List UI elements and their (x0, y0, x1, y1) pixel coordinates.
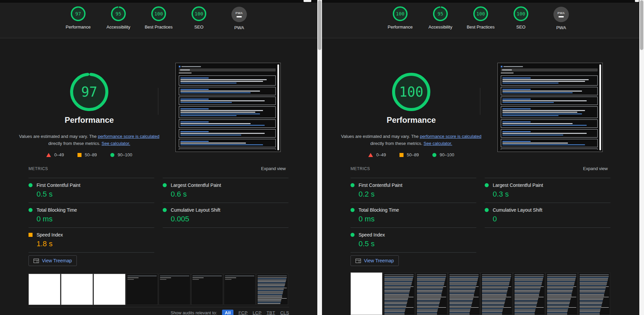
metric-first-contentful-paint: First Contentful Paint0.2 s (351, 178, 476, 203)
score-label: Accessibility (429, 24, 452, 30)
screenshot-thumbnail-card (179, 149, 276, 150)
calculated-link[interactable]: performance score is calculated (420, 134, 482, 139)
summary-score-performance[interactable]: 100Performance (380, 6, 420, 30)
svg-text:95: 95 (438, 11, 443, 16)
metric-rating-icon (485, 208, 489, 212)
treemap-icon (34, 259, 39, 263)
filter-chip-all[interactable]: All (222, 310, 233, 315)
score-label: Best Practices (145, 24, 172, 30)
disclaimer-text: Values are estimated and may vary. The (19, 134, 98, 139)
summary-score-pwa[interactable]: PWAPWA (541, 6, 581, 30)
summary-score-best-practices[interactable]: 100Best Practices (139, 6, 179, 30)
audits-filter-chips: AllFCPLCPTBTCLS (222, 310, 289, 315)
summary-score-performance[interactable]: 97Performance (58, 6, 98, 30)
calculated-link[interactable]: performance score is calculated (98, 134, 160, 139)
summary-score-pwa[interactable]: PWAPWA (219, 6, 259, 30)
filmstrip-frame-full (256, 274, 288, 305)
thumb-search-input (501, 68, 598, 71)
page-screenshot-thumbnail (175, 63, 281, 152)
legend-average: 50–89 (77, 152, 97, 157)
thumbnail-scrollbar (599, 64, 601, 150)
score-label: Best Practices (467, 24, 494, 30)
metric-value: 0 ms (359, 215, 476, 223)
filmstrip-frame-full (448, 272, 480, 315)
left-window-scrollbar[interactable] (317, 0, 322, 315)
metric-value: 1.8 s (37, 240, 154, 248)
svg-text:100: 100 (154, 11, 163, 16)
metric-name: Largest Contentful Paint (493, 182, 543, 188)
metric-largest-contentful-paint: Largest Contentful Paint0.3 s (485, 178, 610, 203)
see-calculator-link[interactable]: See calculator. (424, 141, 452, 146)
expand-view-link[interactable]: Expand view (261, 166, 286, 171)
metric-speed-index: Speed Index0.5 s (351, 227, 476, 252)
metric-name: Total Blocking Time (37, 207, 77, 213)
view-treemap-button[interactable]: View Treemap (351, 255, 399, 266)
filter-chip-tbt[interactable]: TBT (267, 310, 275, 315)
filmstrip-frame-full (546, 272, 578, 315)
topbar-remnant-icon (304, 0, 311, 2)
summary-score-seo[interactable]: 100SEO (501, 6, 541, 30)
filmstrip-frame-full (578, 272, 610, 315)
score-disclaimer: Values are estimated and may vary. The p… (334, 133, 488, 147)
filmstrip-frame-full (513, 272, 545, 315)
performance-score-gauge[interactable]: 97 (70, 72, 109, 111)
screenshot-thumbnail-card (501, 106, 598, 118)
metric-cumulative-layout-shift: Cumulative Layout Shift0 (485, 203, 610, 227)
fail-triangle-icon (46, 153, 51, 157)
summary-score-accessibility[interactable]: 95Accessibility (98, 6, 139, 30)
score-label: Performance (66, 24, 91, 30)
metric-rating-icon (351, 233, 355, 237)
summary-score-best-practices[interactable]: 100Best Practices (461, 6, 501, 30)
score-summary-bar: 97Performance95Accessibility100Best Prac… (0, 3, 317, 38)
metric-total-blocking-time: Total Blocking Time0 ms (29, 203, 154, 227)
filter-chip-cls[interactable]: CLS (280, 310, 289, 315)
thumb-checkbox-icon (179, 66, 180, 67)
metric-value: 0.005 (171, 215, 288, 223)
disclaimer-text: Values are estimated and may vary. The (341, 134, 420, 139)
legend-label: 90–100 (440, 152, 454, 157)
topbar-remnant-icon (635, 0, 639, 2)
lighthouse-report-panel-right: 100Performance95Accessibility100Best Pra… (322, 0, 639, 315)
screenshot-thumbnail-card (179, 129, 276, 138)
scrollbar-thumb[interactable] (640, 0, 643, 50)
screenshot-thumbnail-card (179, 139, 276, 147)
thumb-checkbox-icon (501, 66, 502, 67)
fail-triangle-icon (368, 153, 373, 157)
average-square-icon (77, 153, 82, 157)
view-treemap-button[interactable]: View Treemap (29, 255, 77, 266)
svg-text:100: 100 (517, 11, 525, 16)
pwa-badge: PWA (553, 7, 569, 22)
metric-largest-contentful-paint: Largest Contentful Paint0.6 s (163, 178, 288, 203)
svg-text:95: 95 (116, 11, 121, 16)
screenshot-thumbnail-card (501, 97, 598, 105)
summary-score-accessibility[interactable]: 95Accessibility (420, 6, 461, 30)
svg-text:97: 97 (81, 84, 97, 100)
topbar-remnant (0, 0, 317, 3)
average-square-icon (399, 153, 404, 157)
filmstrip-frame-full (383, 272, 415, 315)
score-label: Performance (388, 24, 413, 30)
scrollbar-thumb[interactable] (318, 0, 321, 50)
topbar-remnant (322, 0, 639, 3)
score-disclaimer: Values are estimated and may vary. The p… (12, 133, 166, 147)
score-legend: 0–49 50–89 90–100 (12, 152, 166, 157)
filmstrip-frame-full (416, 272, 447, 315)
legend-pass: 90–100 (432, 152, 454, 157)
screenshot-thumbnail-card (179, 97, 276, 105)
filter-chip-lcp[interactable]: LCP (253, 310, 262, 315)
right-window-scrollbar[interactable] (639, 0, 644, 315)
thumbnail-scrollbar (277, 64, 279, 150)
filter-chip-fcp[interactable]: FCP (238, 310, 248, 315)
metric-speed-index: Speed Index1.8 s (29, 227, 154, 252)
summary-score-seo[interactable]: 100SEO (179, 6, 219, 30)
metrics-column-2: Largest Contentful Paint0.6 sCumulative … (163, 178, 288, 228)
metric-value: 0 (493, 215, 610, 223)
legend-average: 50–89 (399, 152, 419, 157)
performance-score-gauge[interactable]: 100 (392, 72, 431, 111)
expand-view-link[interactable]: Expand view (583, 166, 608, 171)
svg-text:100: 100 (399, 84, 423, 100)
metric-name: Speed Index (37, 232, 63, 238)
metric-rating-icon (351, 183, 355, 187)
section-divider (158, 88, 158, 115)
see-calculator-link[interactable]: See calculator. (102, 141, 130, 146)
